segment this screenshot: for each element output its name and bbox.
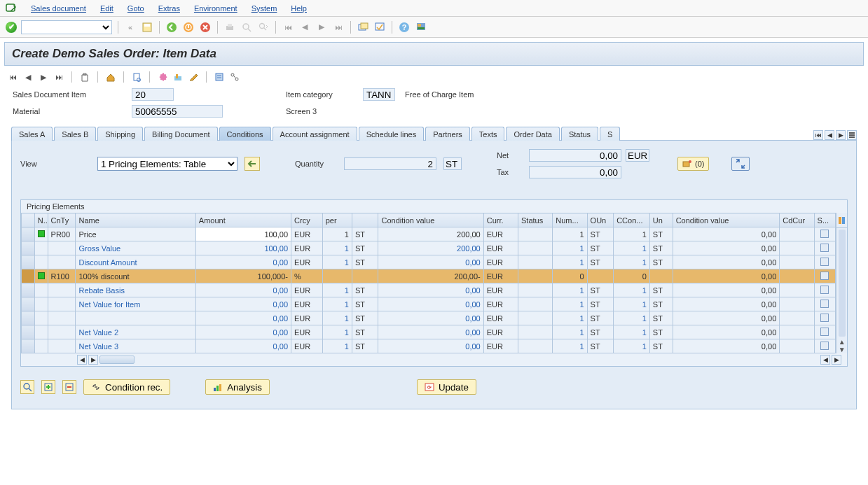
item-details-icon[interactable] (214, 71, 225, 83)
net-curr-field[interactable] (626, 149, 649, 162)
vertical-scrollbar[interactable]: ▲ ▼ (836, 213, 847, 353)
column-header[interactable]: Amount (195, 213, 291, 227)
first-page-icon[interactable]: ⏮ (282, 21, 294, 34)
row-selector[interactable] (22, 227, 35, 241)
last-page-icon[interactable]: ⏭ (332, 21, 345, 34)
sap-command-icon[interactable] (6, 3, 17, 14)
new-session-icon[interactable] (357, 21, 369, 34)
sales-doc-item-field[interactable] (132, 88, 174, 101)
command-field[interactable] (21, 20, 112, 34)
last-item-icon[interactable]: ⏭ (53, 71, 64, 83)
table-row[interactable]: Net Value 30,00EUR1ST0,00EUR1ST1ST0,00 (22, 339, 836, 353)
row-selector[interactable] (22, 255, 35, 269)
tab-conditions[interactable]: Conditions (219, 127, 271, 141)
delete-icon[interactable] (79, 71, 90, 83)
find-icon[interactable] (240, 21, 253, 34)
hscroll-right2-icon[interactable]: ▶ (832, 355, 841, 365)
row-selector[interactable] (22, 269, 35, 283)
column-header[interactable]: OUn (587, 213, 614, 227)
shortcut-icon[interactable] (373, 21, 386, 34)
table-settings-icon[interactable] (838, 216, 846, 225)
menu-system[interactable]: System (252, 4, 277, 13)
pricing-table[interactable]: N..CnTyNameAmountCrcyperCondition valueC… (21, 213, 836, 353)
item-category-field[interactable] (363, 88, 395, 101)
row-selector[interactable] (22, 283, 35, 297)
tab-texts[interactable]: Texts (471, 127, 505, 141)
column-header[interactable]: N.. (34, 213, 48, 227)
horizontal-scrollbar[interactable]: ◀ ▶ ◀ ▶ (21, 353, 847, 366)
row-checkbox[interactable] (820, 286, 829, 294)
row-checkbox[interactable] (820, 328, 829, 336)
tab-partners[interactable]: Partners (425, 127, 470, 141)
table-row[interactable]: R100100% discount100,000-%200,00-EUR000,… (22, 269, 836, 283)
quantity-field[interactable] (344, 157, 436, 170)
table-row[interactable]: PR00Price100,00EUR1ST200,00EUR1ST1ST0,00 (22, 227, 836, 241)
back-icon[interactable] (165, 21, 178, 34)
costing-icon[interactable] (172, 71, 184, 83)
row-checkbox[interactable] (820, 272, 829, 280)
tab-sales-a[interactable]: Sales A (11, 127, 53, 141)
cancel-icon[interactable] (199, 21, 212, 34)
material-field[interactable] (132, 105, 223, 118)
row-checkbox[interactable] (820, 230, 829, 238)
tab-s[interactable]: S (600, 127, 620, 141)
menu-environment[interactable]: Environment (194, 4, 237, 13)
insert-row-icon[interactable] (41, 380, 55, 394)
save-icon[interactable] (141, 21, 153, 34)
next-item-icon[interactable]: ▶ (38, 71, 49, 83)
table-row[interactable]: Net Value for Item0,00EUR1ST0,00EUR1ST1S… (22, 297, 836, 311)
tab-scroll-next-icon[interactable]: ▶ (836, 130, 846, 140)
column-header[interactable]: Crcy (291, 213, 323, 227)
menu-sales-document[interactable]: Sales document (31, 4, 86, 13)
tab-billing-document[interactable]: Billing Document (144, 127, 218, 141)
hscroll-left2-icon[interactable]: ◀ (820, 355, 830, 365)
table-row[interactable]: Rebate Basis0,00EUR1ST0,00EUR1ST1ST0,00 (22, 283, 836, 297)
back-double-icon[interactable]: « (124, 21, 137, 34)
menu-help[interactable]: Help (291, 4, 307, 13)
hscroll-left-icon[interactable]: ◀ (77, 355, 87, 365)
tab-status[interactable]: Status (561, 127, 598, 141)
tab-sales-b[interactable]: Sales B (54, 127, 96, 141)
enter-icon[interactable]: ✔ (6, 22, 17, 33)
hscroll-right-icon[interactable]: ▶ (88, 355, 98, 365)
next-page-icon[interactable]: ▶ (315, 21, 328, 34)
row-selector[interactable] (22, 241, 35, 255)
print-icon[interactable] (223, 21, 236, 34)
tab-list-icon[interactable] (847, 130, 857, 140)
tab-schedule-lines[interactable]: Schedule lines (359, 127, 425, 141)
table-row[interactable]: 0,00EUR1ST0,00EUR1ST1ST0,00 (22, 311, 836, 325)
menu-goto[interactable]: Goto (128, 4, 144, 13)
row-checkbox[interactable] (820, 244, 829, 252)
row-selector[interactable] (22, 311, 35, 325)
tab-order-data[interactable]: Order Data (506, 127, 559, 141)
column-header[interactable] (352, 213, 378, 227)
condition-rec-button[interactable]: Condition rec. (83, 379, 170, 395)
display-doc-icon[interactable] (131, 71, 142, 83)
menu-edit[interactable]: Edit (100, 4, 113, 13)
table-row[interactable]: Gross Value100,00EUR1ST200,00EUR1ST1ST0,… (22, 241, 836, 255)
row-checkbox[interactable] (820, 258, 829, 266)
doc-overview-button[interactable]: (0) (677, 157, 709, 171)
update-button[interactable]: ⟳ Update (417, 379, 476, 395)
table-row[interactable]: Discount Amount0,00EUR1ST0,00EUR1ST1ST0,… (22, 255, 836, 269)
expand-button[interactable] (731, 157, 750, 171)
column-header[interactable]: Condition value (378, 213, 483, 227)
row-checkbox[interactable] (820, 342, 829, 350)
exit-icon[interactable] (182, 21, 195, 34)
column-header[interactable]: Curr. (483, 213, 518, 227)
column-header[interactable]: Num... (553, 213, 587, 227)
table-row[interactable]: Net Value 20,00EUR1ST0,00EUR1ST1ST0,00 (22, 325, 836, 339)
column-header[interactable]: Name (76, 213, 195, 227)
first-item-icon[interactable]: ⏮ (7, 71, 18, 83)
analysis-button[interactable]: Analysis (205, 379, 270, 395)
prev-page-icon[interactable]: ◀ (298, 21, 311, 34)
view-select[interactable]: 1 Pricing Elements: Table (97, 157, 237, 171)
tab-scroll-prev-icon[interactable]: ◀ (825, 130, 834, 140)
tab-account-assignment[interactable]: Account assignment (273, 127, 357, 141)
tab-scroll-first-icon[interactable]: ⏮ (813, 130, 823, 140)
row-selector[interactable] (22, 325, 35, 339)
hscroll-thumb[interactable] (99, 356, 135, 364)
tax-field[interactable] (529, 166, 621, 178)
column-header[interactable]: Status (518, 213, 553, 227)
column-header[interactable]: CCon... (614, 213, 650, 227)
